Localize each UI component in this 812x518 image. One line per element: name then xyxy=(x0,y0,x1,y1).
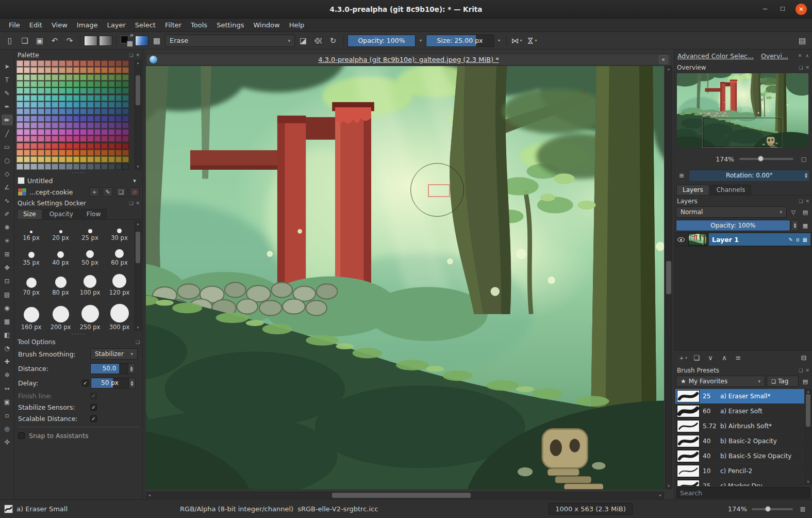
palette-swatch[interactable] xyxy=(16,108,23,115)
tool-move[interactable]: ✥ xyxy=(2,262,13,273)
palette-swatch[interactable] xyxy=(122,136,129,142)
palette-swatch[interactable] xyxy=(80,74,87,80)
overview-viewport-rect[interactable] xyxy=(703,118,782,147)
collapse-docker-icon[interactable]: ∧ xyxy=(805,53,809,58)
tab-size[interactable]: Size xyxy=(17,209,42,219)
palette-swatch[interactable] xyxy=(101,67,108,73)
float-docker-icon[interactable]: ❏ xyxy=(799,65,803,70)
palette-swatch[interactable] xyxy=(24,150,30,156)
close-icon[interactable]: ✕ xyxy=(796,4,807,15)
palette-swatch[interactable] xyxy=(38,102,44,108)
palette-swatch[interactable] xyxy=(108,67,115,73)
palette-swatch[interactable] xyxy=(108,129,115,135)
eraser-mode-icon[interactable]: ◪ xyxy=(296,34,310,47)
palette-swatch[interactable] xyxy=(80,150,87,156)
palette-swatch[interactable] xyxy=(66,67,73,73)
brush-preset-item[interactable]: 40b) Basic-5 Size Opacity xyxy=(675,449,804,463)
palette-swatch[interactable] xyxy=(30,122,37,128)
palette-swatch[interactable] xyxy=(101,122,108,128)
palette-swatch[interactable] xyxy=(45,116,52,122)
menu-item-view[interactable]: View xyxy=(47,19,72,31)
palette-swatch[interactable] xyxy=(38,143,44,149)
preserve-alpha-icon[interactable] xyxy=(311,34,325,47)
palette-swatch[interactable] xyxy=(45,156,52,163)
palette-swatch[interactable] xyxy=(101,88,108,94)
palette-swatch[interactable] xyxy=(115,164,122,170)
menu-item-filter[interactable]: Filter xyxy=(160,19,186,31)
splitter-handle[interactable]: ····· xyxy=(15,171,142,175)
palette-swatch[interactable] xyxy=(16,116,23,122)
palette-swatch[interactable] xyxy=(122,88,129,94)
delay-spin-arrows[interactable]: ▲▼ xyxy=(129,378,136,388)
palette-swatch[interactable] xyxy=(115,74,122,80)
tool-ellipse[interactable]: ○ xyxy=(2,155,13,166)
close-docker-icon[interactable]: ✕ xyxy=(136,201,140,206)
palette-swatch[interactable] xyxy=(38,60,44,67)
brush-smoothing-combobox[interactable]: Stabilizer ▾ xyxy=(90,348,138,360)
palette-swatch[interactable] xyxy=(101,150,108,156)
palette-swatch[interactable] xyxy=(101,164,108,170)
palette-swatch[interactable] xyxy=(59,116,65,122)
palette-swatch[interactable] xyxy=(73,150,80,156)
menu-item-select[interactable]: Select xyxy=(130,19,160,31)
palette-swatch[interactable] xyxy=(30,108,37,115)
delay-checkbox[interactable] xyxy=(82,380,89,386)
palette-set-row[interactable]: ...cept-cookie + ✎ ❏ ⊘ xyxy=(15,186,142,198)
palette-swatch[interactable] xyxy=(38,164,44,170)
palette-swatch[interactable] xyxy=(122,116,129,122)
palette-swatch[interactable] xyxy=(108,116,115,122)
palette-swatch[interactable] xyxy=(52,88,58,94)
brush-size-option[interactable]: 20 px xyxy=(46,221,75,242)
palette-swatch[interactable] xyxy=(59,136,65,142)
palette-swatch[interactable] xyxy=(16,67,23,73)
palette-swatch[interactable] xyxy=(24,81,30,87)
palette-swatch[interactable] xyxy=(122,81,129,87)
palette-swatch[interactable] xyxy=(16,95,23,101)
palette-swatch[interactable] xyxy=(115,81,122,87)
palette-swatch[interactable] xyxy=(66,88,73,94)
menu-item-tools[interactable]: Tools xyxy=(186,19,212,31)
brush-presets-docker-header[interactable]: Brush Presets ❏✕ xyxy=(674,365,812,375)
palette-swatch[interactable] xyxy=(45,164,52,170)
preset-view-mode-icon[interactable]: ▤ xyxy=(800,377,810,386)
palette-swatch[interactable] xyxy=(16,143,23,149)
layer-row[interactable]: Layer 1 ✎ α ▦ xyxy=(674,232,812,247)
menu-item-image[interactable]: Image xyxy=(72,19,103,31)
palette-swatch[interactable] xyxy=(94,81,101,87)
palette-swatch[interactable] xyxy=(87,116,94,122)
palette-swatch[interactable] xyxy=(38,88,44,94)
layer-filter-icon[interactable]: ▽ xyxy=(788,207,799,217)
palette-swatch[interactable] xyxy=(66,150,73,156)
scrollbar-thumb[interactable] xyxy=(332,493,471,498)
palette-swatch[interactable] xyxy=(59,67,65,73)
move-layer-up-button[interactable]: ∧ xyxy=(718,352,731,364)
palette-docker-header[interactable]: Palette ❏✕ xyxy=(15,50,142,59)
tab-advanced-color-selector[interactable]: Advanced Color Selec... xyxy=(677,52,754,60)
palette-swatch[interactable] xyxy=(52,164,58,170)
palette-swatch[interactable] xyxy=(87,129,94,135)
document-close-button[interactable]: ✕ xyxy=(659,55,668,64)
palette-swatch[interactable] xyxy=(45,88,52,94)
palette-swatch[interactable] xyxy=(30,156,37,163)
palette-swatch[interactable] xyxy=(80,102,87,108)
palette-swatch[interactable] xyxy=(101,116,108,122)
palette-swatch[interactable] xyxy=(66,136,73,142)
float-docker-icon[interactable]: ❏ xyxy=(799,368,803,373)
tool-smart-patch[interactable]: ✚ xyxy=(2,356,13,367)
palette-swatch[interactable] xyxy=(108,81,115,87)
palette-swatch[interactable] xyxy=(24,95,30,101)
palette-swatch[interactable] xyxy=(122,102,129,108)
palette-swatch[interactable] xyxy=(24,143,30,149)
brush-preset-item[interactable]: 60a) Eraser Soft xyxy=(675,404,804,418)
layer-list-empty-area[interactable] xyxy=(674,247,812,350)
palette-swatch[interactable] xyxy=(45,81,52,87)
palette-swatch[interactable] xyxy=(24,60,30,67)
palette-swatch[interactable] xyxy=(24,136,30,142)
palette-swatch[interactable] xyxy=(80,164,87,170)
distance-spin-arrows[interactable]: ▲▼ xyxy=(128,363,135,374)
layers-docker-header[interactable]: Layers ❏✕ xyxy=(674,196,812,205)
mirror-vertical-button[interactable]: ⋈▾ xyxy=(525,34,539,47)
palette-swatch[interactable] xyxy=(115,88,122,94)
tag-button[interactable]: ❏ Tag xyxy=(767,376,799,387)
palette-swatch[interactable] xyxy=(30,150,37,156)
